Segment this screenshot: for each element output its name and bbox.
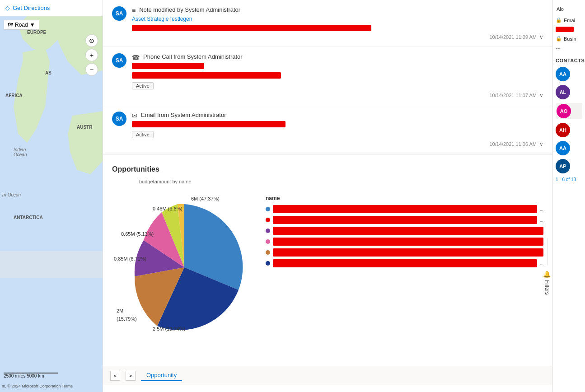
legend-area: name ... ... (266, 186, 543, 350)
activity-header-email: ✉ Email from System Administrator (132, 112, 543, 119)
europe-label: EUROPE (27, 30, 46, 35)
legend-dot-3 (266, 229, 270, 233)
dash-text: --- (556, 45, 582, 51)
road-label: Road (15, 22, 28, 28)
activity-footer-phone: 10/14/2021 11:07 AM ∨ (132, 92, 543, 98)
contact-avatar-ao[interactable]: AO (557, 104, 571, 118)
timestamp-note: 10/14/2021 11:09 AM (489, 34, 537, 40)
get-directions-button[interactable]: ◇ Get Directions (0, 0, 103, 16)
avatar-sa-1: SA (112, 6, 126, 21)
chevron-down-icon-phone[interactable]: ∨ (539, 92, 543, 98)
pie-label-6: 0.46M (3.6%) (153, 206, 183, 211)
as-label: AS (45, 70, 51, 75)
legend-bar-5 (273, 248, 543, 257)
activity-header-phone: ☎ Phone Call from System Administrator (132, 53, 543, 61)
map-icon: 🗺 (8, 22, 13, 28)
rn-ocean-label: rn Ocean (2, 192, 21, 197)
pie-chart: 6M (47.37%) 2.5M (19.74%) 2M (15.79%) 0.… (112, 186, 257, 350)
crosshair-icon: ⊙ (89, 37, 94, 44)
antarctica-label: ANTARCTICA (14, 215, 43, 220)
activity-content-email: ✉ Email from System Administrator Active… (132, 112, 543, 147)
locate-button[interactable]: ⊙ (85, 34, 98, 47)
legend-item-6: ... (266, 259, 543, 267)
get-directions-label: Get Directions (13, 5, 50, 11)
legend-title: name (266, 195, 543, 201)
pie-label-1: 6M (47.37%) (191, 196, 220, 201)
right-panel: Alo 🔒 Emai 🔒 Busin --- CONTACTS AA AL AO (552, 0, 585, 392)
tab-prev-button[interactable]: < (110, 371, 120, 381)
busin-row: 🔒 Busin (556, 36, 582, 42)
chart-area: 6M (47.37%) 2.5M (19.74%) 2M (15.79%) 0.… (112, 186, 543, 350)
contact-row-al: AL (556, 85, 582, 99)
contact-row-ao: AO (556, 103, 582, 119)
chart-label: budgetamount by name (139, 179, 543, 184)
phone-icon: ☎ (132, 54, 140, 61)
contact-row-ap: AP (556, 159, 582, 173)
contact-row-aa2: AA (556, 141, 582, 155)
minus-icon: − (90, 66, 94, 73)
activity-content-phone: ☎ Phone Call from System Administrator A… (132, 53, 543, 98)
contact-avatar-aa1[interactable]: AA (556, 67, 570, 81)
avatar-sa-2: SA (112, 53, 126, 68)
email-label: Emai (564, 18, 575, 23)
dropdown-icon: ▼ (30, 22, 35, 28)
contact-row-ah: AH (556, 123, 582, 137)
contact-avatar-aa2[interactable]: AA (556, 141, 570, 155)
activity-header-note: ≡ Note modified by System Administrator (132, 6, 543, 14)
pie-label-3b: (15.79%) (117, 316, 137, 322)
africa-label: AFRICA (5, 93, 23, 98)
filter-icon: 🔔 (543, 271, 551, 278)
left-map-panel: ◇ Get Directions 🗺 Road ▼ EUROPE AS AFRI… (0, 0, 103, 392)
filters-panel: 🔔 Filters (542, 238, 552, 299)
legend-ellipsis-1: ... (540, 207, 543, 212)
indian-ocean-label: IndianOcean (14, 147, 27, 157)
activity-content-note: ≡ Note modified by System Administrator … (132, 6, 543, 40)
chevron-down-icon-note[interactable]: ∨ (539, 34, 543, 40)
filters-tab[interactable]: 🔔 Filters (542, 267, 552, 299)
email-redacted-bar (556, 27, 574, 32)
timestamp-email: 10/14/2021 11:06 AM (489, 141, 537, 147)
scale-label: 2500 miles 5000 km (4, 373, 44, 378)
road-selector[interactable]: 🗺 Road ▼ (4, 20, 39, 30)
plus-icon: + (90, 51, 94, 59)
filters-label: Filters (544, 280, 550, 295)
status-badge-email: Active (132, 131, 154, 138)
pie-label-5: 0.65M (5.13%) (121, 231, 154, 237)
contact-row-aa1: AA (556, 67, 582, 81)
pie-label-2: 2.5M (19.74%) (153, 326, 185, 331)
note-icon: ≡ (132, 7, 136, 14)
chevron-down-icon-email[interactable]: ∨ (539, 141, 543, 147)
middle-panel: SA ≡ Note modified by System Administrat… (103, 0, 552, 392)
redacted-bar-phone-1 (132, 63, 204, 69)
pie-label-3: 2M (117, 308, 123, 313)
zoom-in-button[interactable]: + (85, 49, 98, 61)
tab-opportunity[interactable]: Opportunity (141, 370, 182, 381)
contact-avatar-ah[interactable]: AH (556, 123, 570, 137)
legend-dot-4 (266, 239, 270, 244)
legend-dot-2 (266, 218, 270, 222)
map-footer: m, © 2024 Microsoft Corporation Terms (2, 384, 73, 388)
contact-avatar-ap[interactable]: AP (556, 159, 570, 173)
legend-ellipsis-2: ... (540, 218, 543, 223)
lock-icon-busin: 🔒 (556, 36, 562, 42)
activity-title-phone: Phone Call from System Administrator (143, 53, 243, 60)
busin-label: Busin (564, 36, 576, 42)
map-controls: ⊙ + − (85, 34, 98, 76)
zoom-out-button[interactable]: − (85, 63, 98, 76)
legend-dot-6 (266, 261, 270, 266)
legend-bar-2 (273, 216, 537, 224)
svg-rect-5 (0, 251, 103, 278)
timestamp-phone: 10/14/2021 11:07 AM (489, 93, 537, 98)
redacted-bar-note (132, 25, 371, 31)
contact-avatar-al[interactable]: AL (556, 85, 570, 99)
legend-bar-1 (273, 205, 537, 213)
activity-footer-note: 10/14/2021 11:09 AM ∨ (132, 34, 543, 40)
activity-title-note: Note modified by System Administrator (139, 6, 240, 13)
avatar-sa-3: SA (112, 112, 126, 126)
tab-next-button[interactable]: > (126, 371, 136, 381)
map-container[interactable]: 🗺 Road ▼ EUROPE AS AFRICA AUSTR IndianOc… (0, 16, 103, 392)
legend-dot-5 (266, 250, 270, 255)
pie-svg (112, 186, 257, 349)
legend-item-4 (266, 238, 543, 246)
phone-redacted (132, 63, 543, 80)
